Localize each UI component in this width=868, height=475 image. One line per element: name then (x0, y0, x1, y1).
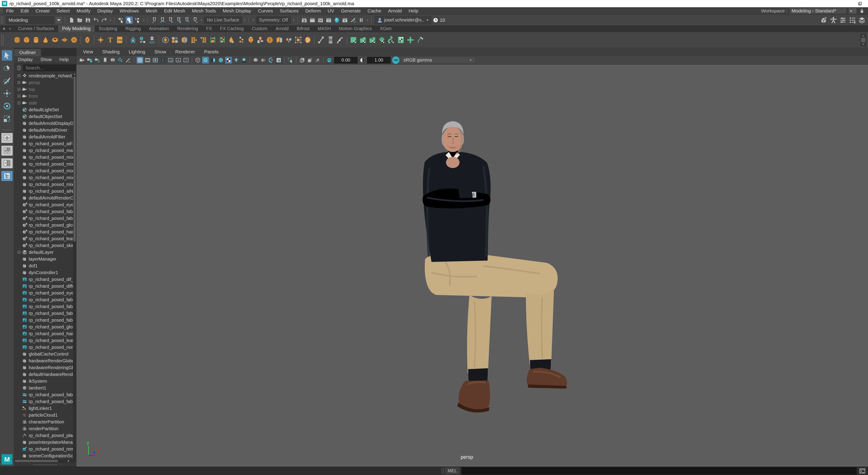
outliner-item[interactable]: Arp_richard_posed_fabri (14, 215, 76, 222)
sculpt-icon[interactable] (228, 36, 236, 44)
poly-torus-icon[interactable] (51, 36, 59, 44)
symmetry-caret-icon[interactable] (252, 17, 255, 24)
expand-plus-icon[interactable] (17, 81, 21, 85)
menubar-drag-handle[interactable] (0, 8, 3, 13)
uv-layout-icon[interactable] (406, 36, 414, 44)
render-settings-icon[interactable] (325, 17, 332, 24)
outliner-item[interactable]: sceneConfigurationSc (14, 452, 76, 459)
uv-planar-icon[interactable] (349, 36, 358, 44)
film-gate-icon[interactable] (144, 57, 151, 64)
outliner-item[interactable]: defaultObjectSet (14, 113, 76, 120)
live-surface-field[interactable]: No Live Surface (204, 17, 242, 24)
front-buffer-icon[interactable] (299, 57, 306, 64)
statusline-drag-handle[interactable] (0, 16, 3, 24)
grid-icon[interactable] (136, 57, 143, 64)
outliner-item[interactable]: rp_richard_posed_mix1 (14, 154, 76, 160)
symmetry-field[interactable]: Symmetry: Off (256, 17, 291, 24)
menu-curves[interactable]: Curves (254, 8, 276, 13)
outliner-item[interactable]: ikSystem (14, 378, 76, 385)
render-setup-icon[interactable] (333, 17, 340, 24)
light-editor-icon[interactable] (349, 17, 357, 24)
expand-plus-icon[interactable] (17, 94, 21, 98)
redo-icon[interactable] (101, 17, 108, 24)
outliner-item[interactable]: defaultArnoldRenderO (14, 195, 76, 201)
shelf-tab-animation[interactable]: Animation (145, 25, 173, 32)
maximize-button[interactable] (852, 0, 868, 7)
outliner-menu-display[interactable]: Display (18, 57, 33, 62)
outliner-item[interactable]: Arp_richard_posed_fabri (14, 208, 76, 215)
outliner-vertical-scrollbar[interactable] (73, 72, 76, 459)
outliner-item[interactable]: rp_richard_posed_fabri (14, 303, 76, 310)
menu-uv[interactable]: UV (324, 8, 338, 13)
texture-placement-icon[interactable] (275, 57, 282, 64)
outliner-item[interactable]: rp_richard_posed_diffu (14, 283, 76, 290)
xray-icon[interactable] (260, 57, 267, 64)
outliner-item[interactable]: rp_richard_posed_aiFac (14, 140, 76, 147)
bookmark-icon[interactable] (102, 57, 108, 64)
scroll-down-icon[interactable] (862, 43, 865, 46)
shelf-tab-poly-modeling[interactable]: Poly Modeling (58, 25, 95, 32)
outliner-item[interactable]: poseInterpolatorMana (14, 439, 76, 446)
poly-sphere-icon[interactable] (13, 36, 21, 44)
menu-windows[interactable]: Windows (116, 8, 142, 13)
character-model[interactable] (398, 114, 569, 413)
menu-edit-mesh[interactable]: Edit Mesh (161, 8, 188, 13)
shelf-drag-handle[interactable] (1, 34, 4, 46)
quad-draw-icon[interactable] (336, 36, 344, 44)
menu-set-caret[interactable] (55, 16, 63, 24)
paint-select-tool[interactable] (2, 76, 12, 86)
outliner-item[interactable]: Arp_richard_posed_eyes (14, 201, 76, 208)
outliner-item[interactable]: side (14, 99, 76, 106)
menu-edit[interactable]: Edit (17, 8, 32, 13)
snap-caret-icon[interactable] (200, 17, 203, 24)
menu-display[interactable]: Display (94, 8, 116, 13)
collapse-chevron-icon[interactable] (292, 17, 295, 24)
contrast-icon[interactable] (359, 57, 366, 64)
outliner-item[interactable]: persp (14, 79, 76, 86)
expand-plus-icon[interactable] (17, 250, 21, 254)
mel-toggle-button[interactable]: MEL (445, 467, 460, 475)
workspace-select[interactable]: Modeling - Standard* (789, 8, 846, 14)
script-editor-icon[interactable] (859, 468, 866, 474)
exposure-field[interactable]: 0.00 (334, 57, 358, 64)
outliner-item[interactable]: top (14, 86, 76, 93)
new-scene-icon[interactable] (68, 17, 75, 24)
delete-history-icon[interactable] (138, 36, 147, 44)
shelf-options-icon[interactable] (8, 27, 12, 31)
outliner-item[interactable]: rp_richard_posed_fabri (14, 296, 76, 303)
type-tool-icon[interactable]: T (106, 36, 114, 44)
outliner-item[interactable]: dof1 (14, 262, 76, 269)
rotate-tool[interactable] (2, 101, 12, 111)
outliner-menu-help[interactable]: Help (59, 57, 69, 62)
select-tool[interactable] (2, 50, 12, 61)
expand-plus-icon[interactable] (17, 87, 21, 91)
outliner-item[interactable]: rp_richard_posed_fabri (14, 310, 76, 317)
outliner-item[interactable]: hardwareRenderingGl (14, 364, 76, 371)
textured-icon[interactable] (217, 57, 224, 64)
outliner-item[interactable]: Trp_richard_posed_plac (14, 432, 76, 439)
outliner-item[interactable]: defaultArnoldDisplayD (14, 120, 76, 127)
mirror-icon[interactable] (180, 36, 188, 44)
attribute-editor-icon[interactable] (839, 16, 847, 24)
resolution-gate-icon[interactable] (152, 57, 159, 64)
fill-hole-icon[interactable] (190, 36, 198, 44)
image-plane-icon[interactable] (110, 57, 116, 64)
outliner-item[interactable]: defaultHardwareRende (14, 371, 76, 378)
snap-curve-icon[interactable] (159, 17, 166, 24)
menu-surfaces[interactable]: Surfaces (276, 8, 302, 13)
uv-unfold-icon[interactable] (378, 36, 386, 44)
shelf-tab-fx-caching[interactable]: FX Caching (216, 25, 248, 32)
uv-cut-icon[interactable] (359, 36, 367, 44)
outliner-item[interactable]: renderpeople_richard_p (14, 72, 76, 79)
outliner-menu-show[interactable]: Show (40, 57, 52, 62)
outliner-item[interactable]: defaultArnoldDriver (14, 127, 76, 133)
scroll-up-icon[interactable] (73, 72, 76, 76)
outliner-resize-grip[interactable] (14, 463, 76, 467)
viewport-menu-view[interactable]: View (79, 49, 97, 55)
snap-view-plane-icon[interactable] (183, 17, 191, 24)
viewport-menu-lighting[interactable]: Lighting (124, 49, 150, 55)
hypershade-icon[interactable] (341, 17, 348, 24)
reduce-icon[interactable] (199, 36, 207, 44)
outliner-item[interactable]: rp_richard_posed_leath (14, 337, 76, 344)
scroll-thumb[interactable] (73, 77, 76, 242)
